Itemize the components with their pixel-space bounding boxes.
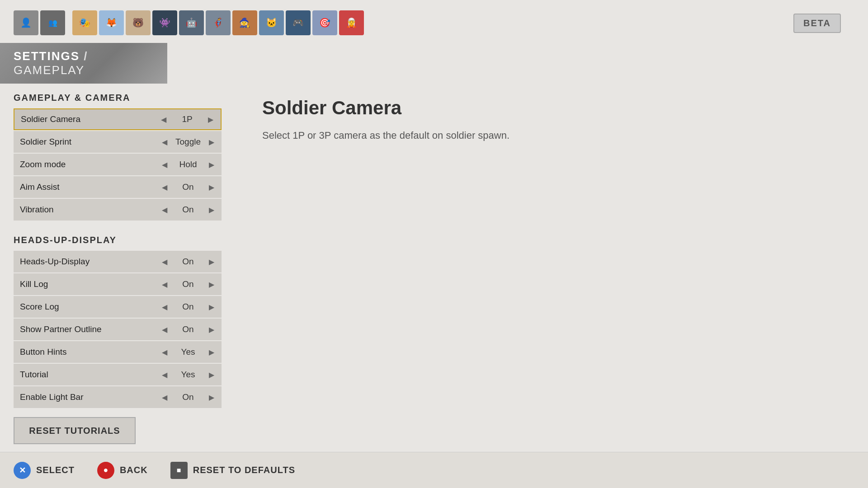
bottom-bar: ✕ SELECT ● BACK ■ RESET TO DEFAULTS (0, 452, 868, 488)
back-action: ● BACK (97, 462, 148, 479)
settings-row[interactable]: Enable Light Bar ◀ On ▶ (14, 386, 222, 408)
arrow-right[interactable]: ▶ (205, 278, 218, 291)
arrow-left[interactable]: ◀ (158, 255, 171, 268)
row-label: Heads-Up-Display (14, 257, 158, 267)
arrow-left[interactable]: ◀ (158, 368, 171, 381)
setting-value: Yes (175, 370, 202, 380)
avatar[interactable]: 🐻 (126, 10, 151, 35)
arrow-left[interactable]: ◀ (158, 391, 171, 404)
arrow-left[interactable]: ◀ (158, 346, 171, 358)
avatar[interactable]: 🎯 (312, 10, 337, 35)
setting-value: On (175, 324, 202, 334)
setting-value: On (175, 302, 202, 312)
row-control: ◀ On ▶ (158, 300, 222, 313)
arrow-left[interactable]: ◀ (157, 113, 170, 126)
row-label: Zoom mode (14, 160, 158, 169)
arrow-right[interactable]: ▶ (205, 300, 218, 313)
arrow-right[interactable]: ▶ (205, 158, 218, 171)
arrow-right[interactable]: ▶ (205, 323, 218, 336)
arrow-left[interactable]: ◀ (158, 323, 171, 336)
gameplay-camera-title: GAMEPLAY & CAMERA (14, 93, 222, 103)
settings-row[interactable]: Score Log ◀ On ▶ (14, 296, 222, 318)
settings-row[interactable]: Aim Assist ◀ On ▶ (14, 176, 222, 198)
row-control: ◀ Hold ▶ (158, 158, 222, 171)
avatar[interactable]: 🐱 (259, 10, 284, 35)
settings-row[interactable]: Soldier Camera ◀ 1P ▶ (14, 108, 222, 130)
setting-value: On (175, 279, 202, 289)
setting-value: On (175, 182, 202, 192)
avatar[interactable]: 🤖 (179, 10, 204, 35)
select-label: SELECT (36, 465, 75, 475)
gameplay-camera-section: GAMEPLAY & CAMERA Soldier Camera ◀ 1P ▶ … (14, 93, 222, 221)
avatar[interactable]: 🎮 (286, 10, 311, 35)
avatar[interactable]: 🦸 (206, 10, 231, 35)
arrow-left[interactable]: ◀ (158, 158, 171, 171)
row-control: ◀ 1P ▶ (157, 113, 221, 126)
row-label: Score Log (14, 302, 158, 312)
description-title: Soldier Camera (262, 97, 515, 119)
setting-value: On (175, 205, 202, 215)
row-label: Kill Log (14, 279, 158, 289)
breadcrumb: SETTINGS / GAMEPLAY (14, 49, 154, 77)
arrow-right[interactable]: ▶ (205, 203, 218, 216)
description-text: Select 1P or 3P camera as the default on… (262, 128, 515, 143)
row-label: Vibration (14, 205, 158, 215)
row-label: Soldier Sprint (14, 137, 158, 147)
avatar[interactable]: 🦊 (99, 10, 124, 35)
avatar[interactable]: 🧙 (232, 10, 257, 35)
row-control: ◀ On ▶ (158, 181, 222, 193)
row-control: ◀ Yes ▶ (158, 368, 222, 381)
arrow-right[interactable]: ▶ (205, 181, 218, 193)
setting-value: Toggle (175, 137, 202, 147)
settings-row[interactable]: Vibration ◀ On ▶ (14, 199, 222, 221)
row-control: ◀ On ▶ (158, 391, 222, 404)
circle-button-icon: ● (97, 462, 114, 479)
row-label: Enable Light Bar (14, 392, 158, 402)
arrow-right[interactable]: ▶ (204, 113, 217, 126)
row-control: ◀ Toggle ▶ (158, 136, 222, 148)
reset-defaults-action[interactable]: ■ RESET TO DEFAULTS (170, 462, 295, 479)
settings-header: SETTINGS / GAMEPLAY (0, 43, 167, 84)
arrow-right[interactable]: ▶ (205, 136, 218, 148)
reset-tutorials-button[interactable]: RESET TUTORIALS (14, 417, 136, 444)
select-action: ✕ SELECT (14, 462, 75, 479)
avatar[interactable]: 👥 (40, 10, 65, 35)
arrow-left[interactable]: ◀ (158, 136, 171, 148)
avatar[interactable]: 👾 (152, 10, 177, 35)
avatar[interactable]: 🧝 (339, 10, 364, 35)
square-button-icon: ■ (170, 462, 188, 479)
cross-button-icon: ✕ (14, 462, 31, 479)
back-label: BACK (120, 465, 148, 475)
top-bar: 👤 👥 🎭 🦊 🐻 👾 🤖 🦸 🧙 🐱 🎮 🎯 🧝 BETA (0, 0, 868, 45)
arrow-right[interactable]: ▶ (205, 255, 218, 268)
settings-row[interactable]: Tutorial ◀ Yes ▶ (14, 364, 222, 385)
arrow-left[interactable]: ◀ (158, 300, 171, 313)
settings-row[interactable]: Button Hints ◀ Yes ▶ (14, 341, 222, 363)
settings-row[interactable]: Soldier Sprint ◀ Toggle ▶ (14, 131, 222, 153)
beta-badge: BETA (793, 14, 841, 33)
row-control: ◀ On ▶ (158, 278, 222, 291)
setting-value: On (175, 392, 202, 402)
row-control: ◀ On ▶ (158, 203, 222, 216)
arrow-right[interactable]: ▶ (205, 391, 218, 404)
arrow-left[interactable]: ◀ (158, 278, 171, 291)
row-label: Aim Assist (14, 182, 158, 192)
hud-title: HEADS-UP-DISPLAY (14, 235, 222, 245)
settings-row[interactable]: Zoom mode ◀ Hold ▶ (14, 154, 222, 175)
setting-value: On (175, 257, 202, 267)
settings-row[interactable]: Show Partner Outline ◀ On ▶ (14, 319, 222, 340)
setting-value: 1P (174, 114, 201, 124)
arrow-left[interactable]: ◀ (158, 181, 171, 193)
hud-section: HEADS-UP-DISPLAY Heads-Up-Display ◀ On ▶… (14, 235, 222, 408)
avatar[interactable]: 👤 (14, 10, 38, 35)
settings-row[interactable]: Heads-Up-Display ◀ On ▶ (14, 251, 222, 272)
row-control: ◀ On ▶ (158, 255, 222, 268)
avatar[interactable]: 🎭 (72, 10, 97, 35)
row-label: Soldier Camera (14, 114, 157, 124)
setting-value: Yes (175, 347, 202, 357)
arrow-left[interactable]: ◀ (158, 203, 171, 216)
arrow-right[interactable]: ▶ (205, 368, 218, 381)
settings-row[interactable]: Kill Log ◀ On ▶ (14, 273, 222, 295)
setting-value: Hold (175, 160, 202, 169)
arrow-right[interactable]: ▶ (205, 346, 218, 358)
